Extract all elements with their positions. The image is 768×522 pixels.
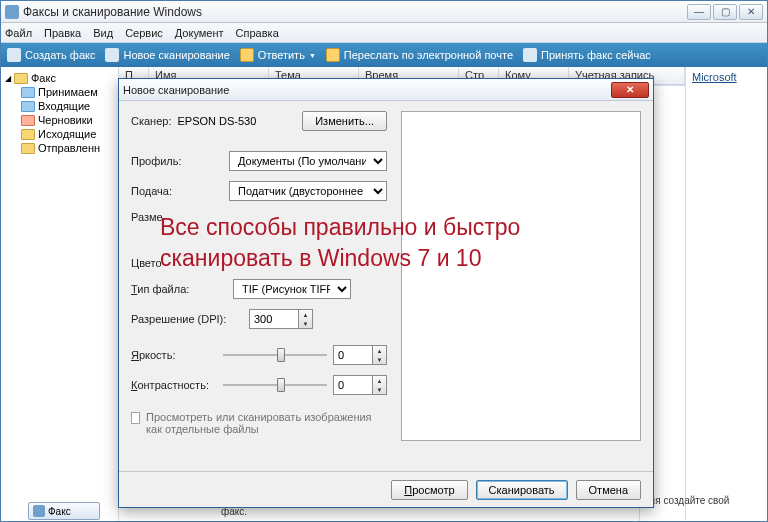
dialog-footer: Просмотр Сканировать Отмена — [119, 471, 653, 507]
reply-icon — [240, 48, 254, 62]
account-link[interactable]: Microsoft — [685, 67, 767, 521]
new-scan-dialog: Новое сканирование ✕ Сканер: EPSON DS-53… — [118, 78, 654, 508]
dpi-label: Разрешение (DPI): — [131, 313, 243, 325]
tb-new-scan[interactable]: Новое сканирование — [105, 48, 229, 62]
fax-icon — [33, 505, 45, 517]
size-label: Разме — [131, 211, 227, 223]
preview-button[interactable]: Просмотр — [391, 480, 467, 500]
folder-icon — [14, 73, 28, 84]
contrast-spinner[interactable]: ▲▼ — [333, 375, 387, 395]
sidebar: ◢Факс Принимаем Входящие Черновики Исход… — [1, 67, 119, 521]
toolbar: Создать факс Новое сканирование Ответить… — [1, 43, 767, 67]
menu-service[interactable]: Сервис — [125, 27, 163, 39]
sidebar-item-inbox[interactable]: Входящие — [3, 99, 116, 113]
folder-icon — [21, 115, 35, 126]
tb-receive[interactable]: Принять факс сейчас — [523, 48, 651, 62]
sidebar-item-drafts[interactable]: Черновики — [3, 113, 116, 127]
close-button[interactable]: ✕ — [739, 4, 763, 20]
app-title: Факсы и сканирование Windows — [23, 5, 687, 19]
sidebar-root-fax[interactable]: ◢Факс — [3, 71, 116, 85]
dialog-close-button[interactable]: ✕ — [611, 82, 649, 98]
dpi-input[interactable] — [249, 309, 299, 329]
checkbox-label: Просмотреть или сканировать изображения … — [146, 411, 387, 435]
maximize-button[interactable]: ▢ — [713, 4, 737, 20]
dialog-title: Новое сканирование — [123, 84, 611, 96]
dpi-spinner[interactable]: ▲▼ — [249, 309, 313, 329]
sidebar-item-sent[interactable]: Отправленн — [3, 141, 116, 155]
app-icon — [5, 5, 19, 19]
contrast-input[interactable] — [333, 375, 373, 395]
scanner-value: EPSON DS-530 — [177, 115, 256, 127]
change-scanner-button[interactable]: Изменить... — [302, 111, 387, 131]
file-type-select[interactable]: TIF (Рисунок TIFF) — [233, 279, 351, 299]
profile-label: Профиль: — [131, 155, 223, 167]
checkbox-icon — [131, 412, 140, 424]
menu-file[interactable]: Файл — [5, 27, 32, 39]
tb-reply[interactable]: Ответить▼ — [240, 48, 316, 62]
titlebar: Факсы и сканирование Windows — ▢ ✕ — [1, 1, 767, 23]
menu-document[interactable]: Документ — [175, 27, 224, 39]
menubar: Файл Правка Вид Сервис Документ Справка — [1, 23, 767, 43]
folder-icon — [21, 87, 35, 98]
cancel-button[interactable]: Отмена — [576, 480, 641, 500]
contrast-slider[interactable] — [223, 375, 327, 395]
separate-files-checkbox[interactable]: Просмотреть или сканировать изображения … — [131, 411, 387, 435]
folder-icon — [21, 143, 35, 154]
menu-edit[interactable]: Правка — [44, 27, 81, 39]
folder-icon — [21, 129, 35, 140]
scan-button[interactable]: Сканировать — [476, 480, 568, 500]
sidebar-item-outbox[interactable]: Исходящие — [3, 127, 116, 141]
feed-select[interactable]: Податчик (двустороннее сканир — [229, 181, 387, 201]
folder-icon — [21, 101, 35, 112]
taskbar-fax-button[interactable]: Факс — [28, 502, 100, 520]
brightness-label: Яркость: — [131, 349, 217, 361]
brightness-input[interactable] — [333, 345, 373, 365]
dialog-titlebar: Новое сканирование ✕ — [119, 79, 653, 101]
tb-new-fax[interactable]: Создать факс — [7, 48, 95, 62]
contrast-label: Контрастность: — [131, 379, 217, 391]
scanner-label: Сканер: — [131, 115, 171, 127]
sidebar-item-receiving[interactable]: Принимаем — [3, 85, 116, 99]
tb-forward[interactable]: Переслать по электронной почте — [326, 48, 513, 62]
profile-select[interactable]: Документы (По умолчанию) — [229, 151, 387, 171]
minimize-button[interactable]: — — [687, 4, 711, 20]
menu-view[interactable]: Вид — [93, 27, 113, 39]
feed-label: Подача: — [131, 185, 223, 197]
brightness-spinner[interactable]: ▲▼ — [333, 345, 387, 365]
brightness-slider[interactable] — [223, 345, 327, 365]
scanner-icon — [105, 48, 119, 62]
scan-preview-area — [401, 111, 641, 441]
fax-icon — [7, 48, 21, 62]
window-buttons: — ▢ ✕ — [687, 4, 763, 20]
forward-icon — [326, 48, 340, 62]
menu-help[interactable]: Справка — [236, 27, 279, 39]
file-type-label: Тип файла: — [131, 283, 227, 295]
receive-icon — [523, 48, 537, 62]
color-label: Цвето — [131, 257, 227, 269]
